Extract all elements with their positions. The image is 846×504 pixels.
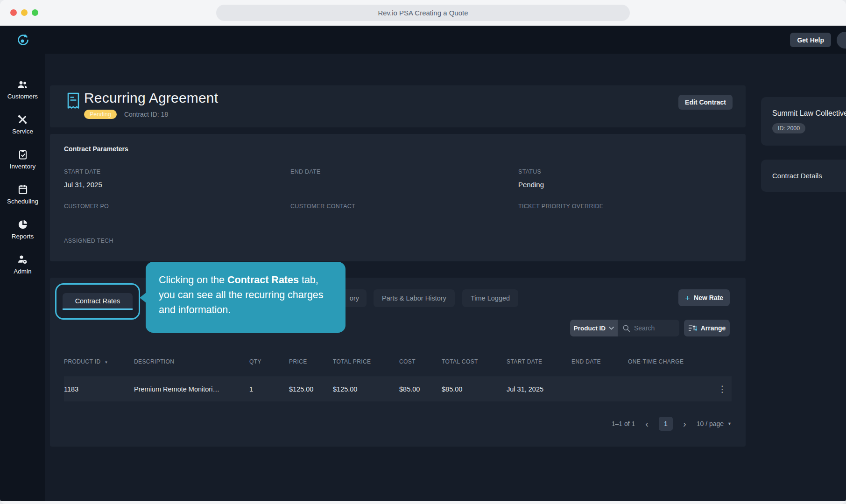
page-title: Recurring Agreement — [84, 89, 218, 107]
field-ticket-priority-override: TICKET PRIORITY OVERRIDE — [518, 203, 732, 224]
sidebar-item-scheduling[interactable]: Scheduling — [7, 184, 38, 205]
tooltip-arrow — [140, 293, 146, 303]
cell-total-cost: $85.00 — [442, 385, 507, 393]
pagination-range: 1–1 of 1 — [612, 420, 635, 427]
recurring-agreement-receipt-icon — [65, 91, 81, 110]
page-header-panel: Recurring Agreement Pending Contract ID:… — [50, 85, 746, 127]
window-title: Rev.io PSA Creating a Quote — [216, 5, 630, 21]
right-rail: Summit Law Collective ID: 2000 Contract … — [761, 97, 846, 192]
chevron-down-icon: ▼ — [727, 421, 732, 426]
inventory-clipboard-icon — [17, 149, 28, 160]
row-actions-kebab-icon[interactable]: ⋮ — [718, 384, 727, 394]
contract-details-label: Contract Details — [772, 172, 846, 180]
sidebar-item-label: Service — [12, 128, 33, 135]
sidebar-item-label: Reports — [12, 233, 34, 240]
search-field-dropdown[interactable]: Product ID — [570, 320, 618, 336]
admin-user-gear-icon — [17, 254, 28, 265]
column-header-description: DESCRIPTION — [134, 358, 249, 365]
customer-card[interactable]: Summit Law Collective ID: 2000 — [761, 97, 846, 146]
scheduling-calendar-icon — [17, 184, 28, 195]
column-header-product-id[interactable]: PRODUCT ID▼ — [64, 358, 134, 365]
previous-page-icon[interactable]: ‹ — [644, 419, 649, 428]
next-page-icon[interactable]: › — [682, 419, 687, 428]
field-assigned-tech: ASSIGNED TECH — [64, 238, 290, 258]
arrange-button[interactable]: Arrange — [684, 320, 730, 336]
section-title: Contract Parameters — [64, 145, 732, 153]
sidebar-item-label: Scheduling — [7, 198, 38, 205]
arrange-sort-icon — [688, 324, 697, 332]
sidebar-item-label: Admin — [14, 268, 31, 275]
sidebar-item-label: Customers — [7, 93, 38, 100]
cell-product-id: 1183 — [64, 385, 134, 393]
cell-total-price: $125.00 — [333, 385, 399, 393]
column-header-start-date: START DATE — [507, 358, 571, 365]
column-header-price: PRICE — [289, 358, 333, 365]
sidebar-item-inventory[interactable]: Inventory — [10, 149, 36, 170]
edit-contract-button[interactable]: Edit Contract — [678, 95, 733, 110]
field-customer-contact: CUSTOMER CONTACT — [290, 203, 518, 224]
contract-parameters-panel: Contract Parameters START DATE Jul 31, 2… — [50, 134, 746, 261]
field-status: STATUS Pending — [518, 168, 732, 189]
column-header-end-date: END DATE — [571, 358, 628, 365]
rates-table: PRODUCT ID▼ DESCRIPTION QTY PRICE TOTAL … — [64, 355, 732, 401]
chevron-down-icon — [609, 327, 614, 330]
page-size-select[interactable]: 10 / page ▼ — [697, 420, 732, 427]
tab-time-logged[interactable]: Time Logged — [462, 289, 518, 307]
revio-logo-icon[interactable] — [17, 33, 29, 46]
tab-contract-rates[interactable]: Contract Rates — [63, 293, 133, 310]
sidebar-item-label: Inventory — [10, 163, 36, 170]
customer-id-badge: ID: 2000 — [772, 123, 805, 133]
close-window-button[interactable] — [10, 9, 17, 16]
cell-price: $125.00 — [289, 385, 333, 393]
contract-id-text: Contract ID: 18 — [124, 111, 168, 118]
sidebar-item-service[interactable]: Service — [12, 114, 33, 135]
plus-icon: + — [685, 294, 690, 302]
column-header-qty: QTY — [249, 358, 289, 365]
search-icon — [622, 324, 630, 332]
field-end-date: END DATE — [290, 168, 518, 189]
table-row[interactable]: 1183 Premium Remote Monitori… 1 $125.00 … — [64, 377, 732, 401]
sort-caret-icon: ▼ — [104, 360, 108, 364]
sidebar-item-admin[interactable]: Admin — [14, 254, 31, 275]
cell-cost: $85.00 — [399, 385, 442, 393]
status-badge: Pending — [84, 110, 117, 119]
customer-name: Summit Law Collective — [772, 109, 846, 118]
titlebar: Rev.io PSA Creating a Quote — [0, 0, 846, 26]
avatar[interactable] — [837, 32, 846, 49]
app-root: Get Help Customers — [0, 26, 846, 501]
sidebar-item-reports[interactable]: Reports — [12, 219, 34, 240]
app-topbar: Get Help — [0, 26, 846, 54]
field-start-date: START DATE Jul 31, 2025 — [64, 168, 290, 189]
column-header-total-cost: TOTAL COST — [442, 358, 507, 365]
contract-rates-highlight-ring: Contract Rates — [55, 283, 140, 320]
app-window: Rev.io PSA Creating a Quote Get Help — [0, 0, 846, 504]
get-help-button[interactable]: Get Help — [790, 33, 831, 47]
cell-start-date: Jul 31, 2025 — [507, 385, 571, 393]
table-header-row: PRODUCT ID▼ DESCRIPTION QTY PRICE TOTAL … — [64, 355, 732, 369]
tab-parts-labor-history[interactable]: Parts & Labor History — [374, 289, 455, 307]
column-header-cost: COST — [399, 358, 442, 365]
zoom-window-button[interactable] — [32, 9, 38, 16]
main-content: Recurring Agreement Pending Contract ID:… — [45, 54, 846, 501]
reports-piechart-icon — [17, 219, 28, 230]
contract-details-card[interactable]: Contract Details — [761, 160, 846, 192]
sidebar-item-customers[interactable]: Customers — [7, 80, 38, 100]
field-customer-po: CUSTOMER PO — [64, 203, 290, 224]
cell-description: Premium Remote Monitori… — [134, 385, 249, 393]
service-tools-icon — [17, 114, 28, 125]
minimize-window-button[interactable] — [21, 9, 28, 16]
search-input[interactable] — [634, 324, 674, 332]
search-box — [618, 320, 679, 336]
walkthrough-tooltip: Clicking on the Contract Rates tab, you … — [146, 262, 345, 333]
column-header-total-price: TOTAL PRICE — [333, 358, 399, 365]
page-number-button[interactable]: 1 — [659, 417, 673, 431]
cell-qty: 1 — [249, 385, 289, 393]
column-header-one-time-charge: ONE-TIME CHARGE — [628, 358, 707, 365]
side-navigation: Customers Service — [0, 54, 45, 501]
customers-icon — [17, 80, 28, 90]
pagination: 1–1 of 1 ‹ 1 › 10 / page ▼ — [50, 417, 732, 431]
new-rate-button[interactable]: + New Rate — [678, 289, 730, 306]
